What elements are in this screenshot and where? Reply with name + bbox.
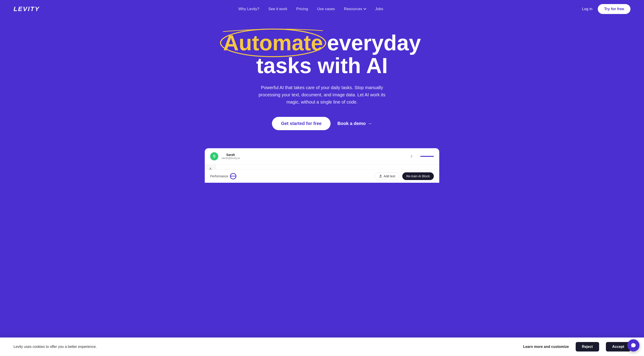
nav-why-levity[interactable]: Why Levity? <box>238 7 259 11</box>
progress-bar <box>420 156 434 157</box>
performance-label: Performance <box>210 174 228 178</box>
demo-bottom-bar: Performance 68/100 Add text Re-train AI … <box>205 169 439 183</box>
hero-cta: Get started for free Book a demo → <box>272 117 372 130</box>
user-email: sarah@levity.ai <box>222 157 240 160</box>
arrow-right-icon: → <box>368 121 372 126</box>
cookie-message: Levity uses cookies to offer you a bette… <box>14 345 97 349</box>
nav-resources[interactable]: Resources <box>344 7 366 11</box>
nav-jobs[interactable]: Jobs <box>375 7 383 11</box>
chat-bubble-button[interactable] <box>627 339 640 351</box>
nav-pricing[interactable]: Pricing <box>296 7 308 11</box>
demo-action-buttons: Add text Re-train AI Block <box>375 172 434 180</box>
hero-section: Automate everyday tasks with AI Powerful… <box>0 18 644 183</box>
upload-icon <box>379 175 382 178</box>
accept-button[interactable]: Accept <box>606 342 630 351</box>
user-info: Sarah sarah@levity.ai <box>222 153 240 160</box>
nav-use-cases[interactable]: Use cases <box>317 7 335 11</box>
performance-badge: Performance 68/100 <box>210 173 236 179</box>
hero-title-line1-rest: everyday <box>327 32 421 54</box>
sort-icon-area <box>410 154 414 158</box>
hero-subtitle: Powerful AI that takes care of your dail… <box>252 84 392 106</box>
chat-icon <box>630 342 636 348</box>
cookie-banner: Levity uses cookies to offer you a bette… <box>0 337 644 356</box>
hero-title: Automate everyday tasks with AI <box>223 32 421 77</box>
get-started-button[interactable]: Get started for free <box>272 117 330 130</box>
performance-circle: 68/100 <box>230 173 236 179</box>
logo[interactable]: LEVITY <box>14 6 40 13</box>
navbar: LEVITY Why Levity? See it work Pricing U… <box>0 0 644 18</box>
hero-title-line2: tasks with AI <box>223 54 421 77</box>
nav-actions: Log in Try for free <box>582 4 630 14</box>
demo-card: S Sarah sarah@levity.ai <box>205 148 439 183</box>
hero-automate-word: Automate <box>223 31 323 55</box>
automate-wrapper: Automate <box>223 32 323 54</box>
avatar: S <box>210 152 218 160</box>
chevron-down-icon <box>364 8 366 10</box>
try-free-button[interactable]: Try for free <box>598 4 630 14</box>
cookie-actions: Learn more and customize Reject Accept <box>523 342 630 351</box>
add-text-button[interactable]: Add text <box>375 172 399 180</box>
login-link[interactable]: Log in <box>582 7 592 11</box>
demo-card-header: S Sarah sarah@levity.ai <box>205 148 439 165</box>
sort-icon <box>410 154 414 158</box>
book-demo-link[interactable]: Book a demo → <box>337 121 372 126</box>
retrain-button[interactable]: Re-train AI Block <box>402 172 434 180</box>
nav-links: Why Levity? See it work Pricing Use case… <box>238 7 383 11</box>
nav-see-it-work[interactable]: See it work <box>268 7 287 11</box>
user-name: Sarah <box>222 153 240 157</box>
reject-button[interactable]: Reject <box>576 342 599 351</box>
learn-more-link[interactable]: Learn more and customize <box>523 345 569 349</box>
